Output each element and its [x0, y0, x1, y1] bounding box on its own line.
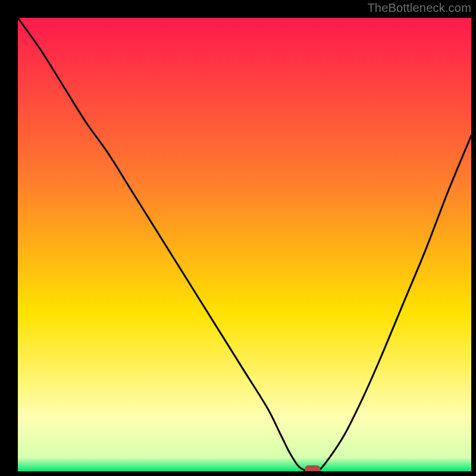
gradient-background [18, 18, 471, 471]
attribution-text: TheBottleneck.com [367, 1, 471, 15]
bottleneck-chart [0, 0, 476, 476]
optimal-marker [305, 465, 320, 474]
chart-frame: TheBottleneck.com [0, 0, 476, 476]
